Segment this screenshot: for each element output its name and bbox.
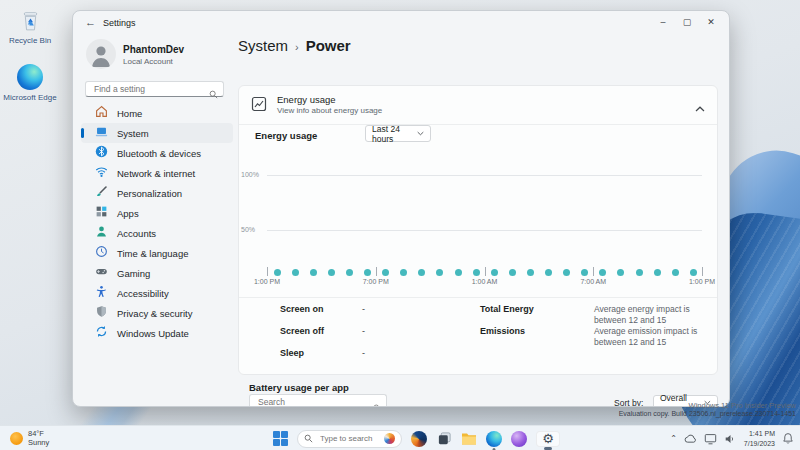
x-axis-label: 7:00 AM (571, 278, 615, 285)
desktop-icon-label: Recycle Bin (2, 36, 58, 45)
energy-usage-card: Energy usage View info about energy usag… (238, 85, 718, 375)
chart-dot (455, 269, 462, 276)
settings-window: ← Settings – ▢ ✕ PhantomDev Local Accoun… (72, 10, 730, 407)
watermark-line2: Evaluation copy. Build 23506.ni_prerelea… (619, 410, 796, 417)
sidebar-item-time-language[interactable]: Time & language (81, 243, 233, 263)
gridline-50 (267, 230, 702, 231)
bluetooth-icon (95, 144, 108, 162)
sidebar-item-label: Accounts (117, 228, 156, 239)
sidebar-item-personalization[interactable]: Personalization (81, 183, 233, 203)
chart-dot (328, 269, 335, 276)
taskbar-settings-icon[interactable]: ⚙ (536, 431, 560, 447)
card-subtitle: View info about energy usage (277, 106, 382, 115)
avatar[interactable] (86, 39, 116, 69)
taskbar-task-view-icon[interactable] (436, 431, 452, 447)
stat-label: Total Energy (480, 304, 594, 314)
taskbar-app-disc-icon[interactable] (411, 431, 427, 447)
edge-icon (17, 64, 44, 91)
chart-dot (599, 269, 606, 276)
sidebar-item-accessibility[interactable]: Accessibility (81, 283, 233, 303)
minimize-button[interactable]: – (651, 14, 675, 30)
chart-dot (473, 269, 480, 276)
period-dropdown[interactable]: Last 24 hours (365, 125, 431, 142)
card-title: Energy usage (277, 94, 336, 105)
sidebar-item-privacy-security[interactable]: Privacy & security (81, 303, 233, 323)
sidebar-item-apps[interactable]: Apps (81, 203, 233, 223)
speaker-icon[interactable] (724, 433, 737, 445)
start-button[interactable] (273, 431, 288, 446)
chart-dot (545, 269, 552, 276)
search-icon (209, 85, 218, 103)
taskbar-search[interactable] (297, 430, 402, 448)
desktop-icon-microsoft-edge[interactable]: Microsoft Edge (2, 64, 58, 102)
sidebar-item-label: Accessibility (117, 288, 169, 299)
sidebar-item-network-internet[interactable]: Network & internet (81, 163, 233, 183)
sidebar-item-gaming[interactable]: Gaming (81, 263, 233, 283)
clock[interactable]: 1:41 PM 7/19/2023 (744, 429, 775, 447)
x-axis-tick (376, 267, 377, 276)
collapse-chevron-up-icon[interactable] (695, 98, 705, 116)
find-setting-input[interactable] (92, 83, 204, 95)
y-axis-label: 100% (241, 171, 259, 178)
find-setting-search[interactable] (85, 81, 224, 97)
stat-label: Screen on (280, 304, 362, 314)
taskbar-apps: ⚙ (411, 431, 560, 447)
watermark-line1: Windows 11 Pro Insider Preview (619, 401, 796, 410)
desktop: Recycle Bin Microsoft Edge ← Settings – … (0, 0, 800, 450)
taskbar-search-input[interactable] (318, 433, 379, 444)
breadcrumb: System › Power (238, 37, 351, 54)
onedrive-cloud-icon[interactable] (684, 433, 697, 444)
weather-widget[interactable]: 84°F Sunny (10, 429, 49, 448)
stat-value: - (362, 304, 365, 314)
privacy-icon (95, 304, 108, 322)
stat-row-total-energy: Total Energy Average energy impact is be… (480, 304, 712, 327)
user-name: PhantomDev (123, 44, 184, 55)
titlebar[interactable]: ← Settings – ▢ ✕ (73, 11, 729, 35)
stat-row-sleep: Sleep - (280, 348, 365, 358)
stat-description: Average energy impact is between 12 and … (594, 304, 712, 327)
taskbar-edge-icon[interactable] (486, 431, 502, 447)
sidebar-item-home[interactable]: Home (81, 103, 233, 123)
hidden-icons-chevron[interactable]: ⌃ (670, 434, 677, 443)
sidebar-item-label: Network & internet (117, 168, 195, 179)
search-highlights-icon (384, 433, 395, 444)
x-axis-label: 1:00 AM (463, 278, 507, 285)
tray-date: 7/19/2023 (744, 439, 775, 448)
x-axis-tick (267, 267, 268, 276)
breadcrumb-system[interactable]: System (238, 37, 288, 54)
sidebar-nav: HomeSystemBluetooth & devicesNetwork & i… (81, 103, 233, 343)
system-icon (95, 124, 108, 142)
sidebar-item-bluetooth-devices[interactable]: Bluetooth & devices (81, 143, 233, 163)
sidebar-item-windows-update[interactable]: Windows Update (81, 323, 233, 343)
user-account-type: Local Account (123, 57, 173, 66)
divider (239, 124, 717, 125)
close-button[interactable]: ✕ (699, 14, 723, 30)
desktop-icon-recycle-bin[interactable]: Recycle Bin (2, 7, 58, 45)
sidebar-item-label: System (117, 128, 149, 139)
battery-app-search[interactable] (249, 394, 387, 407)
notification-bell-icon[interactable] (782, 432, 794, 445)
display-cast-icon[interactable] (704, 433, 717, 445)
search-icon (304, 434, 313, 443)
desktop-icon-label: Microsoft Edge (2, 93, 58, 102)
sidebar-item-system[interactable]: System (81, 123, 233, 143)
chart-dot (491, 269, 498, 276)
time-icon (95, 244, 108, 262)
stat-value: - (362, 326, 365, 336)
battery-search-input[interactable] (256, 396, 366, 407)
chart-dot (364, 269, 371, 276)
maximize-button[interactable]: ▢ (675, 14, 699, 30)
back-button[interactable]: ← (85, 16, 96, 28)
chart-dot (654, 269, 661, 276)
update-icon (95, 324, 108, 342)
x-axis-tick (702, 267, 703, 276)
active-indicator (544, 447, 552, 450)
sun-icon (10, 432, 23, 445)
taskbar-file-explorer-icon[interactable] (461, 431, 477, 447)
accounts-icon (95, 224, 108, 242)
energy-usage-label: Energy usage (255, 130, 317, 141)
page-title: Power (306, 37, 351, 54)
sidebar-item-accounts[interactable]: Accounts (81, 223, 233, 243)
taskbar-copilot-icon[interactable] (511, 431, 527, 447)
energy-chart-icon (251, 96, 267, 116)
